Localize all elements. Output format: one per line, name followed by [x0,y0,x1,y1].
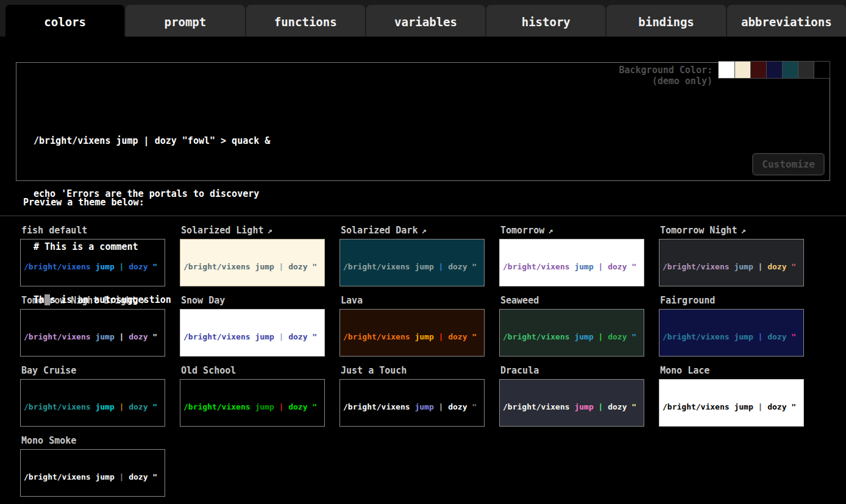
theme-command-line: /bright/vixens jump | dozy " [663,402,800,412]
theme-preview-box[interactable]: /bright/vixens jump | dozy " echo 'Error… [339,379,485,427]
theme-name: Seaweed [500,295,539,306]
autosuggestion-pre: Th [34,294,44,305]
theme-command-line: /bright/vixens jump | dozy " [343,402,481,412]
customize-button[interactable]: Customize [752,153,825,176]
theme-command-line: /bright/vixens jump | dozy " [663,332,800,342]
theme-card-tomorrow[interactable]: Tomorrow↗ /bright/vixens jump | dozy " e… [499,224,644,286]
theme-name: Old School [181,365,236,376]
bg-color-swatch[interactable] [782,62,798,78]
theme-title[interactable]: Fairground [660,295,804,306]
external-link-icon: ↗ [421,225,426,235]
preview-command-line: /bright/vixens jump | dozy "fowl" > quac… [34,132,270,150]
theme-name: Bay Cruise [21,365,76,376]
tab-bar: colorspromptfunctionsvariableshistorybin… [0,0,846,37]
preview-echo-line: echo 'Errors are the portals to discover… [34,185,270,203]
theme-preview-box[interactable]: /bright/vixens jump | dozy " echo 'Error… [659,239,804,286]
theme-preview-box[interactable]: /bright/vixens jump | dozy " echo 'Error… [20,449,165,497]
theme-name: Tomorrow [500,225,544,236]
theme-command-line: /bright/vixens jump | dozy " [503,402,641,412]
colors-tab-content: Background Color: (demo only) /bright/vi… [0,37,846,497]
theme-name: Mono Smoke [21,435,76,446]
theme-preview-box[interactable]: /bright/vixens jump | dozy " echo 'Error… [499,309,644,357]
external-link-icon: ↗ [548,225,553,235]
theme-card-old-school[interactable]: Old School /bright/vixens jump | dozy " … [180,364,325,427]
theme-command-line: /bright/vixens jump | dozy " [24,472,162,482]
theme-title[interactable]: Lava [341,295,485,306]
theme-command-line: /bright/vixens jump | dozy " [663,261,800,272]
theme-card-mono-lace[interactable]: Mono Lace /bright/vixens jump | dozy " e… [659,364,804,427]
theme-name: Just a Touch [341,365,407,376]
theme-title[interactable]: Mono Lace [660,365,804,376]
preview-comment-line: # This is a comment [34,238,270,256]
tab-history[interactable]: history [486,5,605,37]
terminal-sample-text: /bright/vixens jump | dozy "fowl" > quac… [34,97,270,344]
theme-preview-box[interactable]: /bright/vixens jump | dozy " echo 'Error… [659,379,804,427]
tab-functions[interactable]: functions [246,5,365,37]
theme-title[interactable]: Tomorrow Night↗ [660,225,804,236]
theme-title[interactable]: Old School [181,365,325,376]
tab-bindings[interactable]: bindings [606,5,725,37]
tab-colors[interactable]: colors [5,5,124,37]
theme-command-line: /bright/vixens jump | dozy " [343,261,481,272]
theme-card-bay-cruise[interactable]: Bay Cruise /bright/vixens jump | dozy " … [20,364,165,427]
bg-color-swatch[interactable] [766,62,782,78]
theme-preview-box[interactable]: /bright/vixens jump | dozy " echo 'Error… [20,379,165,427]
theme-card-solarized-dark[interactable]: Solarized Dark↗ /bright/vixens jump | do… [339,224,485,286]
theme-preview-box[interactable]: /bright/vixens jump | dozy " echo 'Error… [659,309,804,357]
theme-name: Lava [341,295,363,306]
background-color-label-line1: Background Color: [619,65,713,76]
terminal-preview-panel: Background Color: (demo only) /bright/vi… [16,62,830,181]
theme-preview-box[interactable]: /bright/vixens jump | dozy " echo 'Error… [499,379,644,427]
preview-autosuggestion-line: This is an autosuggestion [34,291,270,309]
fish-config-page: colorspromptfunctionsvariableshistorybin… [0,0,846,497]
theme-preview-box[interactable]: /bright/vixens jump | dozy " echo 'Error… [180,379,325,427]
background-color-label: Background Color: (demo only) [619,65,713,87]
external-link-icon: ↗ [741,225,745,235]
bg-color-swatch[interactable] [734,62,750,78]
theme-card-tomorrow-night[interactable]: Tomorrow Night↗ /bright/vixens jump | do… [659,224,804,286]
theme-card-just-a-touch[interactable]: Just a Touch /bright/vixens jump | dozy … [339,364,485,427]
theme-title[interactable]: Just a Touch [341,365,485,376]
background-color-swatches [718,61,830,79]
autosuggestion-post: s is an autosuggestion [50,294,171,305]
background-color-label-line2: (demo only) [619,76,713,87]
theme-title[interactable]: Tomorrow↗ [500,225,644,236]
tab-prompt[interactable]: prompt [126,5,244,37]
bg-color-swatch[interactable] [719,62,734,78]
theme-name: Mono Lace [660,365,709,376]
bg-color-swatch[interactable] [814,62,830,78]
theme-card-seaweed[interactable]: Seaweed /bright/vixens jump | dozy " ech… [499,294,644,357]
theme-command-line: /bright/vixens jump | dozy " [503,332,641,342]
theme-title[interactable]: Mono Smoke [21,435,165,446]
theme-command-line: /bright/vixens jump | dozy " [343,332,481,342]
theme-command-line: /bright/vixens jump | dozy " [24,402,162,412]
theme-name: Fairground [660,295,715,306]
theme-title[interactable]: Dracula [500,365,644,376]
theme-preview-box[interactable]: /bright/vixens jump | dozy " echo 'Error… [339,309,485,357]
theme-card-dracula[interactable]: Dracula /bright/vixens jump | dozy " ech… [499,364,644,427]
theme-title[interactable]: Bay Cruise [21,365,165,376]
theme-command-line: /bright/vixens jump | dozy " [183,402,321,412]
theme-preview-box[interactable]: /bright/vixens jump | dozy " echo 'Error… [339,239,485,286]
terminal-cursor: i [44,294,50,305]
theme-card-lava[interactable]: Lava /bright/vixens jump | dozy " echo '… [339,294,485,357]
theme-command-line: /bright/vixens jump | dozy " [503,261,641,272]
theme-name: Solarized Dark [341,225,418,236]
bg-color-swatch[interactable] [750,62,766,78]
theme-name: Dracula [500,365,539,376]
bg-color-swatch[interactable] [798,62,814,78]
theme-title[interactable]: Seaweed [500,295,644,306]
theme-name: Tomorrow Night [660,225,737,236]
tab-variables[interactable]: variables [366,5,485,37]
theme-preview-box[interactable]: /bright/vixens jump | dozy " echo 'Error… [499,239,644,286]
theme-card-mono-smoke[interactable]: Mono Smoke /bright/vixens jump | dozy " … [20,434,165,497]
theme-title[interactable]: Solarized Dark↗ [341,225,485,236]
theme-card-fairground[interactable]: Fairground /bright/vixens jump | dozy " … [659,294,804,357]
tab-abbreviations[interactable]: abbreviations [727,5,846,37]
